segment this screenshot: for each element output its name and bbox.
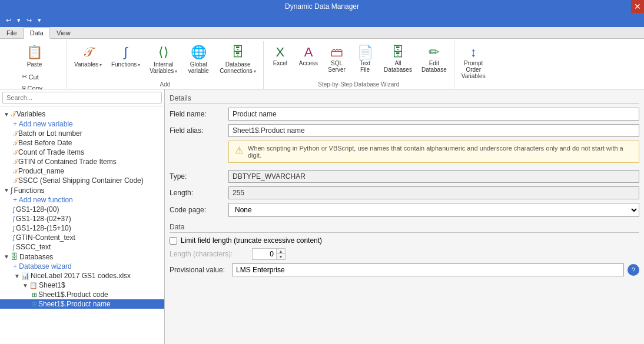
best-before-icon: 𝒯	[13, 139, 17, 147]
cut-button[interactable]: ✂ Cut	[19, 71, 51, 82]
all-databases-icon: 🗄	[391, 45, 404, 60]
prompt-order-button[interactable]: ↕ PromptOrderVariables	[458, 42, 489, 82]
tree-nicelabel-file[interactable]: ▼ 📊 NiceLabel 2017 GS1 codes.xlsx	[0, 271, 164, 280]
all-databases-label: AllDatabases	[384, 60, 412, 73]
tree-sscc-text[interactable]: ∫ SSCC_text	[0, 242, 164, 252]
add-new-function[interactable]: + Add new function	[0, 195, 164, 205]
variables-expander[interactable]: ▼	[2, 111, 11, 118]
undo-button[interactable]: ↩	[4, 15, 14, 25]
text-file-icon: 📄	[357, 45, 373, 60]
excel-button[interactable]: X Excel	[267, 42, 293, 69]
field-alias-label: Field alias:	[170, 126, 228, 135]
redo-dropdown[interactable]: ▾	[35, 15, 44, 25]
tree-product-name[interactable]: ⊞ Sheet1$.Product name	[0, 299, 164, 309]
field-alias-row: Field alias:	[170, 124, 639, 137]
field-alias-input[interactable]	[228, 124, 639, 137]
tree-batch-lot[interactable]: 𝒯 Batch or Lot number	[0, 129, 164, 138]
edit-database-button[interactable]: ✏ EditDatabase	[418, 42, 450, 75]
count-trade-icon: 𝒯	[13, 149, 17, 156]
gs1-128-00-icon: ∫	[13, 206, 15, 213]
nicelabel-expander[interactable]: ▼	[13, 273, 21, 279]
code-page-row: Code page: None UTF-8 UTF-16 ASCII	[170, 203, 639, 217]
tab-file[interactable]: File	[0, 27, 24, 38]
sscc-text-label: SSCC_text	[16, 243, 51, 251]
code-page-select[interactable]: None UTF-8 UTF-16 ASCII	[228, 203, 639, 217]
excel-label: Excel	[273, 60, 287, 66]
cut-label: Cut	[29, 74, 39, 81]
nicelabel-icon: 📊	[21, 272, 29, 280]
functions-root-icon: ∫	[11, 186, 13, 195]
provisional-input[interactable]	[232, 263, 624, 276]
access-icon: A	[304, 45, 313, 60]
excel-icon: X	[276, 45, 285, 60]
undo-dropdown[interactable]: ▾	[15, 15, 23, 25]
sheet1-expander[interactable]: ▼	[21, 282, 29, 289]
tree-count-trade[interactable]: 𝒯 Count of Trade Items	[0, 148, 164, 157]
limit-field-length-row: Limit field length (truncate excessive c…	[170, 236, 639, 245]
batch-icon: 𝒯	[13, 130, 17, 138]
databases-expander[interactable]: ▼	[2, 253, 11, 260]
close-button[interactable]: ✕	[631, 0, 644, 13]
global-variable-button[interactable]: 🌐 Globalvariable	[183, 42, 214, 76]
tree-sheet1[interactable]: ▼ 📋 Sheet1$	[0, 280, 164, 290]
length-stepper: ▲ ▼	[252, 248, 286, 260]
add-new-variable[interactable]: + Add new variable	[0, 119, 164, 129]
paste-icon: 📋	[26, 45, 42, 60]
length-label: Length:	[170, 189, 228, 197]
functions-button[interactable]: ∫ Functions▾	[108, 42, 144, 70]
access-button[interactable]: A Access	[296, 42, 321, 69]
text-file-label: TextFile	[360, 60, 370, 73]
ribbon-group-stepbystep: X Excel A Access 🗃 SQLServer 📄 TextFile …	[264, 41, 454, 89]
databases-root-label: Databases	[19, 253, 53, 261]
redo-button[interactable]: ↪	[24, 15, 34, 25]
gs1-128-15-label: GS1-128-(15+10)	[16, 224, 71, 232]
gs1-128-00-label: GS1-128-(00)	[16, 205, 59, 213]
tree-gs1-128-00[interactable]: ∫ GS1-128-(00)	[0, 205, 164, 214]
product-name-var-label: Product_name	[18, 167, 64, 175]
all-databases-button[interactable]: 🗄 AllDatabases	[380, 42, 416, 75]
length-chars-input[interactable]	[253, 249, 276, 259]
tree-product-name-var[interactable]: 𝒯 Product_name	[0, 166, 164, 176]
database-connections-button[interactable]: 🗄 DatabaseConnections▾	[216, 42, 260, 76]
field-name-input[interactable]	[228, 108, 639, 121]
stepbystep-label: Step-by-Step Database Wizard	[318, 80, 399, 88]
tree-functions-root[interactable]: ▼ ∫ Functions	[0, 185, 164, 195]
limit-field-length-checkbox[interactable]	[170, 237, 177, 245]
paste-button[interactable]: 📋 Paste	[21, 42, 48, 70]
text-file-button[interactable]: 📄 TextFile	[352, 42, 378, 75]
paste-label: Paste	[27, 61, 42, 68]
tree-gtin-contained[interactable]: 𝒯 GTIN of Contained Trade Items	[0, 157, 164, 166]
functions-expander[interactable]: ▼	[2, 187, 11, 193]
field-name-row: Field name:	[170, 108, 639, 121]
tree-gs1-128-15[interactable]: ∫ GS1-128-(15+10)	[0, 223, 164, 233]
ribbon-group-add: 𝒯 Variables▾ ∫ Functions▾ ⟨⟩ InternalVar…	[67, 41, 264, 89]
stepper-up[interactable]: ▲	[277, 249, 285, 254]
tree-gtin-content[interactable]: ∫ GTIN-Content_text	[0, 233, 164, 242]
tree-sscc[interactable]: 𝒯 SSCC (Serial Shipping Container Code)	[0, 176, 164, 185]
tree-product-code[interactable]: ⊞ Sheet1$.Product code	[0, 290, 164, 299]
tree-databases-root[interactable]: ▼ 🗄 Databases	[0, 252, 164, 262]
internal-variables-button[interactable]: ⟨⟩ InternalVariables▾	[146, 42, 181, 76]
sql-button[interactable]: 🗃 SQLServer	[324, 42, 350, 75]
internal-variables-icon: ⟨⟩	[158, 45, 169, 60]
ribbon-group-prompt: ↕ PromptOrderVariables	[454, 41, 493, 89]
tree-best-before[interactable]: 𝒯 Best Before Date	[0, 138, 164, 148]
tree-gs1-128-02[interactable]: ∫ GS1-128-(02+37)	[0, 214, 164, 223]
tree-variables-root[interactable]: ▼ 𝒯 Variables	[0, 109, 164, 119]
add-database-wizard[interactable]: + Database wizard	[0, 262, 164, 271]
warning-text: When scripting in Python or VBScript, us…	[248, 145, 633, 159]
variables-button[interactable]: 𝒯 Variables▾	[71, 42, 105, 70]
provisional-help-button[interactable]: ?	[628, 264, 639, 276]
length-chars-row: Length (characters): ▲ ▼	[170, 248, 639, 260]
tab-data[interactable]: Data	[24, 27, 50, 39]
gtin-contained-icon: 𝒯	[13, 158, 17, 166]
add-label: Add	[160, 80, 171, 88]
length-chars-label: Length (characters):	[170, 250, 252, 258]
database-wizard-label: + Database wizard	[13, 262, 72, 270]
gs1-128-15-icon: ∫	[13, 225, 15, 232]
gtin-content-label: GTIN-Content_text	[16, 233, 75, 242]
batch-label: Batch or Lot number	[18, 129, 82, 138]
stepper-down[interactable]: ▼	[277, 254, 285, 259]
tab-view[interactable]: View	[50, 27, 77, 38]
search-input[interactable]	[2, 92, 162, 103]
